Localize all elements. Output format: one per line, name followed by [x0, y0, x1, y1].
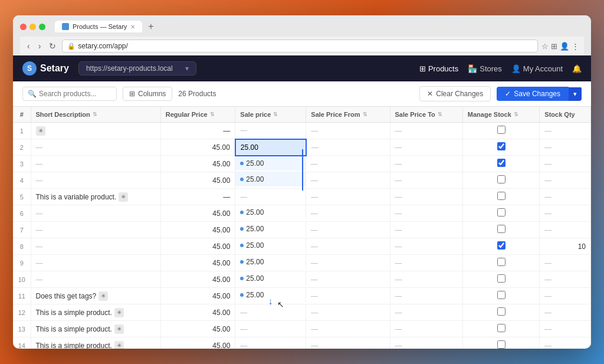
sale-from-cell[interactable]: —	[306, 156, 390, 172]
stock-qty-cell[interactable]: —	[540, 271, 591, 288]
col-short-desc[interactable]: Short Description ⇅	[31, 107, 160, 123]
stock-qty-cell[interactable]: —	[540, 123, 591, 139]
col-sale-to[interactable]: Sale Price To ⇅	[390, 107, 462, 123]
stock-qty-cell[interactable]: —	[540, 288, 591, 304]
sale-price-cell[interactable]: 25.00	[235, 238, 306, 252]
manage-stock-cell[interactable]	[462, 123, 540, 139]
manage-stock-checkbox[interactable]	[497, 225, 505, 233]
stock-qty-cell[interactable]: —	[540, 337, 591, 349]
sale-from-cell[interactable]: —	[306, 255, 390, 271]
sale-to-cell[interactable]: —	[390, 238, 462, 255]
table-row[interactable]: 5This is a variable product.✳—————	[13, 189, 591, 205]
sale-to-cell[interactable]: —	[390, 304, 462, 321]
sale-to-cell[interactable]: —	[390, 222, 462, 238]
sale-to-cell[interactable]: —	[390, 156, 462, 172]
sale-price-cell[interactable]: —	[235, 189, 306, 205]
back-button[interactable]: ‹	[25, 40, 32, 52]
nav-stores[interactable]: 🏪 Stores	[468, 64, 502, 73]
extension-icon[interactable]: ⊞	[551, 42, 557, 51]
clear-changes-button[interactable]: ✕ Clear Changes	[419, 86, 491, 101]
sale-from-cell[interactable]: —	[306, 222, 390, 238]
manage-stock-cell[interactable]	[462, 321, 540, 337]
fullscreen-traffic-light[interactable]	[39, 24, 45, 30]
col-manage-stock[interactable]: Manage Stock ⇅	[462, 107, 540, 123]
table-row[interactable]: 10—45.0025.00———	[13, 271, 591, 288]
sale-to-cell[interactable]: —	[390, 321, 462, 337]
sale-to-cell[interactable]: —	[390, 255, 462, 271]
manage-stock-checkbox[interactable]	[497, 175, 505, 183]
manage-stock-checkbox[interactable]	[497, 324, 505, 332]
sale-from-cell[interactable]: —	[306, 172, 390, 189]
sale-price-cell[interactable]: 25.00	[235, 255, 306, 269]
sale-price-cell[interactable]: 25.00	[235, 222, 306, 236]
sale-price-cell[interactable]: —	[235, 321, 306, 337]
manage-stock-checkbox[interactable]	[497, 241, 505, 250]
nav-products[interactable]: ⊞ Products	[419, 64, 458, 73]
stock-qty-cell[interactable]: —	[540, 304, 591, 321]
sale-to-cell[interactable]: —	[390, 271, 462, 288]
manage-stock-cell[interactable]	[462, 288, 540, 304]
sale-price-cell[interactable]: 25.00	[235, 172, 306, 186]
stock-qty-cell[interactable]: —	[540, 156, 591, 172]
sale-from-cell[interactable]: —	[306, 139, 390, 156]
table-row[interactable]: 7—45.0025.00———	[13, 222, 591, 238]
regular-price-cell[interactable]: 45.00	[160, 205, 235, 222]
forward-button[interactable]: ›	[36, 40, 44, 52]
regular-price-cell[interactable]: —	[160, 189, 235, 205]
table-row[interactable]: 11Does this get tags?✳45.0025.00↓↖———	[13, 288, 591, 304]
table-container[interactable]: # Short Description ⇅ Regular Price ⇅	[13, 107, 591, 349]
manage-stock-cell[interactable]	[462, 205, 540, 222]
search-input[interactable]	[39, 90, 110, 98]
manage-stock-checkbox[interactable]	[497, 258, 505, 266]
regular-price-cell[interactable]: 45.00	[160, 156, 235, 172]
sale-from-cell[interactable]: —	[306, 321, 390, 337]
manage-stock-cell[interactable]	[462, 238, 540, 255]
regular-price-cell[interactable]: 45.00	[160, 321, 235, 337]
regular-price-cell[interactable]: 45.00	[160, 271, 235, 288]
stock-qty-cell[interactable]: —	[540, 222, 591, 238]
regular-price-cell[interactable]: 45.00	[160, 288, 235, 304]
manage-stock-cell[interactable]	[462, 255, 540, 271]
sale-from-cell[interactable]: —	[306, 238, 390, 255]
stock-qty-cell[interactable]: —	[540, 255, 591, 271]
col-stock-qty[interactable]: Stock Qty	[540, 107, 591, 123]
sale-from-cell[interactable]: —	[306, 304, 390, 321]
sale-price-input[interactable]	[241, 143, 276, 152]
save-changes-button[interactable]: ✓ Save Changes	[497, 87, 569, 101]
table-row[interactable]: 2—45.00———	[13, 139, 591, 156]
manage-stock-checkbox[interactable]	[497, 291, 505, 299]
minimize-traffic-light[interactable]	[29, 24, 36, 30]
sale-to-cell[interactable]: —	[390, 172, 462, 189]
sale-to-cell[interactable]: —	[390, 123, 462, 139]
manage-stock-checkbox[interactable]	[497, 192, 505, 200]
col-regular-price[interactable]: Regular Price ⇅	[160, 107, 235, 123]
menu-icon[interactable]: ⋮	[572, 42, 579, 51]
regular-price-cell[interactable]: —	[160, 123, 235, 139]
stock-qty-cell[interactable]: —	[540, 321, 591, 337]
col-sale-from[interactable]: Sale Price From ⇅	[306, 107, 390, 123]
address-bar[interactable]: 🔒 setary.com/app/	[62, 40, 538, 53]
regular-price-cell[interactable]: 45.00	[160, 255, 235, 271]
manage-stock-cell[interactable]	[462, 189, 540, 205]
manage-stock-cell[interactable]	[462, 222, 540, 238]
regular-price-cell[interactable]: 45.00	[160, 172, 235, 189]
table-row[interactable]: 13This is a simple product.✳45.00————	[13, 321, 591, 337]
manage-stock-checkbox[interactable]	[497, 307, 505, 316]
bookmark-star-icon[interactable]: ☆	[541, 42, 549, 51]
regular-price-cell[interactable]: 45.00	[160, 304, 235, 321]
sale-price-cell[interactable]: 25.00	[235, 271, 306, 286]
sale-from-cell[interactable]: —	[306, 337, 390, 349]
manage-stock-cell[interactable]	[462, 139, 540, 156]
sale-from-cell[interactable]: —	[306, 189, 390, 205]
regular-price-cell[interactable]: 45.00	[160, 222, 235, 238]
sale-to-cell[interactable]: —	[390, 205, 462, 222]
sale-price-cell[interactable]	[235, 139, 306, 156]
stock-qty-cell[interactable]: —	[540, 139, 591, 156]
manage-stock-cell[interactable]	[462, 271, 540, 288]
nav-my-account[interactable]: 👤 My Account	[511, 64, 563, 73]
sale-price-cell[interactable]: —	[235, 123, 306, 139]
table-row[interactable]: 14This is a simple product.✳45.00————	[13, 337, 591, 349]
sale-price-cell[interactable]: —	[235, 337, 306, 349]
stock-qty-cell[interactable]: —	[540, 172, 591, 189]
regular-price-cell[interactable]: 45.00	[160, 139, 235, 156]
